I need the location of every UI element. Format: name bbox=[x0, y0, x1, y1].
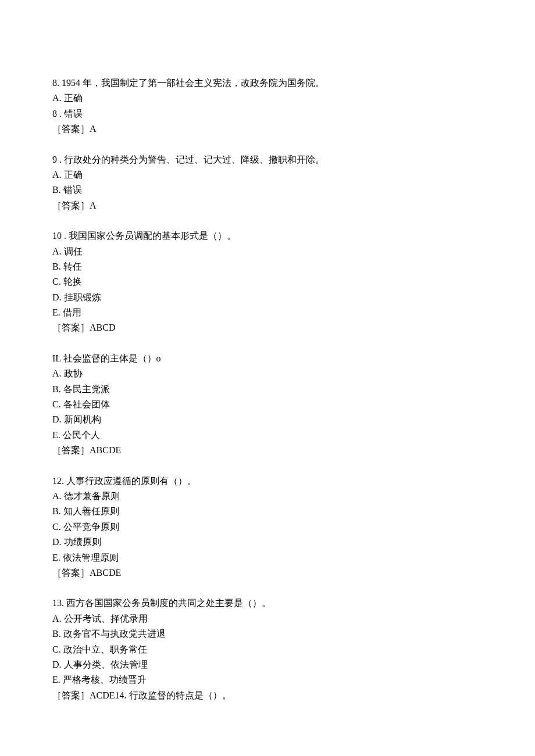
option-b: B. 各民主党派 bbox=[52, 382, 483, 397]
option-e: E. 依法管理原则 bbox=[52, 550, 483, 565]
option-d: D. 人事分类、依法管理 bbox=[52, 657, 483, 672]
option-a: A. 调任 bbox=[52, 244, 483, 259]
option-b: B. 政务官不与执政党共进退 bbox=[52, 626, 483, 642]
option-a: A. 公开考试、择优录用 bbox=[52, 611, 483, 626]
option-a: A. 正确 bbox=[52, 167, 483, 182]
option-e: E. 严格考核、功绩晋升 bbox=[52, 672, 483, 687]
option-b: 8 . 错误 bbox=[52, 106, 483, 121]
question-stem: 12. 人事行政应遵循的原则有（）。 bbox=[52, 474, 483, 489]
question-11: IL 社会监督的主体是（）o A. 政协 B. 各民主党派 C. 各社会团体 D… bbox=[52, 351, 483, 458]
option-c: C. 公平竞争原则 bbox=[52, 519, 483, 535]
question-stem: 10 . 我国国家公务员调配的基本形式是（）。 bbox=[52, 228, 483, 243]
question-stem: 8. 1954 年，我国制定了第一部社会主义宪法，改政务院为国务院。 bbox=[52, 76, 483, 91]
option-d: D. 挂职锻炼 bbox=[52, 290, 483, 305]
question-12: 12. 人事行政应遵循的原则有（）。 A. 德才兼备原则 B. 知人善任原则 C… bbox=[52, 474, 483, 581]
option-c: C. 政治中立、职务常任 bbox=[52, 642, 483, 657]
option-a: A. 正确 bbox=[52, 91, 483, 106]
document-body: 8. 1954 年，我国制定了第一部社会主义宪法，改政务院为国务院。 A. 正确… bbox=[52, 76, 483, 703]
question-10: 10 . 我国国家公务员调配的基本形式是（）。 A. 调任 B. 转任 C. 轮… bbox=[52, 228, 483, 336]
question-stem: 9 . 行政处分的种类分为警告、记过、记大过、降级、撤职和开除。 bbox=[52, 152, 483, 167]
option-e: E. 公民个人 bbox=[52, 428, 483, 443]
question-stem: 13. 西方各国国家公务员制度的共同之处主要是（）。 bbox=[52, 596, 483, 611]
option-b: B. 错误 bbox=[52, 182, 483, 198]
option-e: E. 借用 bbox=[52, 305, 483, 320]
option-c: C. 轮换 bbox=[52, 274, 483, 289]
option-b: B. 知人善任原则 bbox=[52, 504, 483, 519]
answer: ［答案］ABCD bbox=[52, 320, 483, 335]
question-stem: IL 社会监督的主体是（）o bbox=[52, 351, 483, 366]
option-b: B. 转任 bbox=[52, 259, 483, 274]
question-13: 13. 西方各国国家公务员制度的共同之处主要是（）。 A. 公开考试、择优录用 … bbox=[52, 596, 483, 703]
option-d: D. 新闻机构 bbox=[52, 412, 483, 427]
option-c: C. 各社会团体 bbox=[52, 397, 483, 412]
option-a: A. 政协 bbox=[52, 366, 483, 381]
answer: ［答案］A bbox=[52, 121, 483, 137]
option-d: D. 功绩原则 bbox=[52, 535, 483, 550]
answer: ［答案］A bbox=[52, 198, 483, 213]
question-8: 8. 1954 年，我国制定了第一部社会主义宪法，改政务院为国务院。 A. 正确… bbox=[52, 76, 483, 137]
question-9: 9 . 行政处分的种类分为警告、记过、记大过、降级、撤职和开除。 A. 正确 B… bbox=[52, 152, 483, 214]
answer: ［答案］ACDE14. 行政监督的特点是（）。 bbox=[52, 688, 483, 703]
option-a: A. 德才兼备原则 bbox=[52, 489, 483, 504]
answer: ［答案］ABCDE bbox=[52, 565, 483, 581]
answer: ［答案］ABCDE bbox=[52, 443, 483, 458]
